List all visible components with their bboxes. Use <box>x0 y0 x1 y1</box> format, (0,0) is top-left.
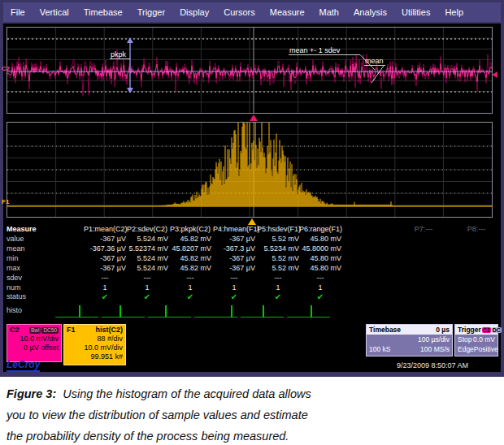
histicon-p3 <box>148 305 191 318</box>
measure-cell-mean-p2: 5.52374 mV <box>126 244 168 253</box>
c2-box-badges: BwlDC50 <box>28 326 59 335</box>
measure-cell-sdev-p1: --- <box>84 274 126 282</box>
measure-row-label-histo: histo <box>7 306 22 314</box>
measure-cell-num-p5: 1 <box>257 283 299 292</box>
menu-item-trigger[interactable]: Trigger <box>130 7 172 17</box>
measure-column-header-p8: P8:--- <box>458 225 494 233</box>
menu-item-file[interactable]: File <box>3 7 33 17</box>
measure-cell-value-p2: 5.524 mV <box>126 235 168 243</box>
timebase-delay: 0 µs <box>436 326 450 334</box>
figure-caption-line1: Using the histogram of the acquired data… <box>63 387 311 400</box>
f1-descriptor-box[interactable]: F1 hist(C2) 88 #/div 10.0 mV/div 99.951 … <box>63 324 126 365</box>
status-check-icon-p2: ✔ <box>126 292 168 301</box>
f1-box-function: hist(C2) <box>96 326 124 335</box>
status-check-icon-p1: ✔ <box>84 292 126 301</box>
f1-events-div: 88 #/div <box>67 335 123 343</box>
measure-row-label-status: status <box>7 292 26 300</box>
trigger-level: 0.0 mV <box>473 335 495 344</box>
menu-item-utilities[interactable]: Utilities <box>394 7 437 17</box>
figure-caption: Figure 3:Using the histogram of the acqu… <box>0 377 504 445</box>
measure-cell-sdev-p2: --- <box>126 274 168 282</box>
trigger-mode: Stop <box>458 335 472 344</box>
trigger-position-marker-icon[interactable] <box>250 114 258 121</box>
timebase-samples: 100 kS <box>369 344 390 354</box>
measure-cell-min-p4: -367 µV <box>213 254 255 262</box>
measure-column-header-p4: P4:hmean(F1) <box>213 225 255 233</box>
measure-row-label-sdev: sdev <box>7 274 22 282</box>
measure-cell-num-p3: 1 <box>169 283 211 292</box>
menu-item-analysis[interactable]: Analysis <box>346 7 394 17</box>
measure-column-header-p1: P1:mean(C2) <box>84 225 126 233</box>
menu-item-vertical[interactable]: Vertical <box>33 7 76 17</box>
c2-waveform-grid[interactable]: pkpkmean +- 1 sdevmean <box>7 27 493 114</box>
measure-cell-max-p2: 5.524 mV <box>126 264 168 272</box>
measure-column-header-p6: P6:range(F1) <box>299 225 341 233</box>
status-check-icon-p5: ✔ <box>257 292 299 301</box>
coupling-badge: DC50 <box>41 327 59 334</box>
measure-row-label-min: min <box>7 254 19 262</box>
scope-screen: pkpkmean +- 1 sdevmean C2 F1 Measurevalu… <box>3 24 501 372</box>
measure-column-header-p2: P2:sdev(C2) <box>126 225 168 233</box>
measure-cell-value-p1: -367 µV <box>84 235 126 243</box>
svg-text:mean: mean <box>365 57 384 65</box>
measure-cell-value-p3: 45.82 mV <box>169 235 211 243</box>
measure-cell-mean-p3: 45.8207 mV <box>169 244 211 253</box>
trigger-box[interactable]: Trigger C2DC Stop 0.0 mV Edge Positive <box>454 324 498 356</box>
timestamp: 9/23/2009 8:50:07 AM <box>397 361 468 369</box>
measure-column-header-p3: P3:pkpk(C2) <box>169 225 211 233</box>
status-check-icon-p6: ✔ <box>299 292 341 301</box>
svg-text:mean +- 1 sdev: mean +- 1 sdev <box>289 46 341 54</box>
menu-item-cursors[interactable]: Cursors <box>216 7 263 17</box>
measure-cell-mean-p1: -367.36 µV <box>84 244 126 253</box>
trigger-title: Trigger <box>458 326 481 334</box>
measure-cell-sdev-p4: --- <box>213 274 255 282</box>
measure-column-header-p7: P7:--- <box>406 225 441 233</box>
histicon-p6 <box>287 305 330 318</box>
c2-channel-marker[interactable]: C2 <box>2 65 10 72</box>
c2-offset: 0 µV offset <box>10 343 59 352</box>
menu-item-display[interactable]: Display <box>172 7 216 17</box>
measure-table: Measurevaluemeanminmaxsdevnumstatushisto… <box>3 222 501 324</box>
figure-caption-line2: you to view the distribution of sample v… <box>7 404 504 426</box>
f1-channel-marker[interactable]: F1 <box>2 198 9 205</box>
measure-cell-min-p2: 5.524 mV <box>126 254 168 262</box>
measure-row-label-mean: mean <box>7 244 25 253</box>
measure-cell-max-p5: 5.52 mV <box>257 264 299 272</box>
measure-cell-min-p3: 45.82 mV <box>169 254 211 262</box>
measure-cell-num-p2: 1 <box>126 283 168 292</box>
f1-histogram-grid[interactable] <box>7 122 493 218</box>
f1-histogram-trace <box>7 123 492 217</box>
figure-caption-line3: the probability density of the process b… <box>7 426 504 445</box>
histicon-p4 <box>194 305 237 318</box>
c2-box-label: C2 <box>10 326 20 335</box>
f1-population: 99.951 k# <box>67 352 123 361</box>
measure-cell-num-p1: 1 <box>84 283 126 292</box>
measure-cell-min-p6: 45.80 mV <box>299 254 341 262</box>
measure-cell-mean-p4: -367.3 µV <box>213 244 255 253</box>
c2-level-marker-icon[interactable] <box>492 71 497 78</box>
bandwidth-limit-badge: Bwl <box>29 327 41 334</box>
menu-item-timebase[interactable]: Timebase <box>76 7 130 17</box>
menu-item-measure[interactable]: Measure <box>263 7 312 17</box>
timebase-box[interactable]: Timebase 0 µs 100 µs/div 100 kS 100 MS/s <box>366 324 453 356</box>
measure-cell-value-p6: 45.80 mV <box>299 235 341 243</box>
measure-cell-sdev-p3: --- <box>169 274 211 282</box>
measure-cell-value-p5: 5.52 mV <box>257 235 299 243</box>
histicon-p1 <box>55 305 98 318</box>
menu-item-help[interactable]: Help <box>437 7 471 17</box>
trigger-slope: Positive <box>474 344 498 354</box>
c2-descriptor-box[interactable]: C2 BwlDC50 10.0 mV/div 0 µV offset <box>7 324 62 362</box>
trigger-type: Edge <box>458 344 474 354</box>
measure-table-title: Measure <box>7 225 37 233</box>
menu-item-math[interactable]: Math <box>312 7 346 17</box>
measure-cell-sdev-p6: --- <box>299 274 341 282</box>
measure-cell-mean-p5: 5.5234 mV <box>257 244 299 253</box>
measure-cell-num-p4: 1 <box>213 283 255 292</box>
f1-vdiv: 10.0 mV/div <box>67 343 123 352</box>
measure-cell-num-p6: 1 <box>299 283 341 292</box>
trigger-coupling-badge: DC <box>492 327 502 333</box>
trigger-badges: C2DC <box>481 326 502 334</box>
measure-cell-mean-p6: 45.8000 mV <box>299 244 341 253</box>
oscilloscope-window: FileVerticalTimebaseTriggerDisplayCursor… <box>0 0 504 377</box>
c2-noise-trace: pkpkmean +- 1 sdevmean <box>7 28 492 113</box>
